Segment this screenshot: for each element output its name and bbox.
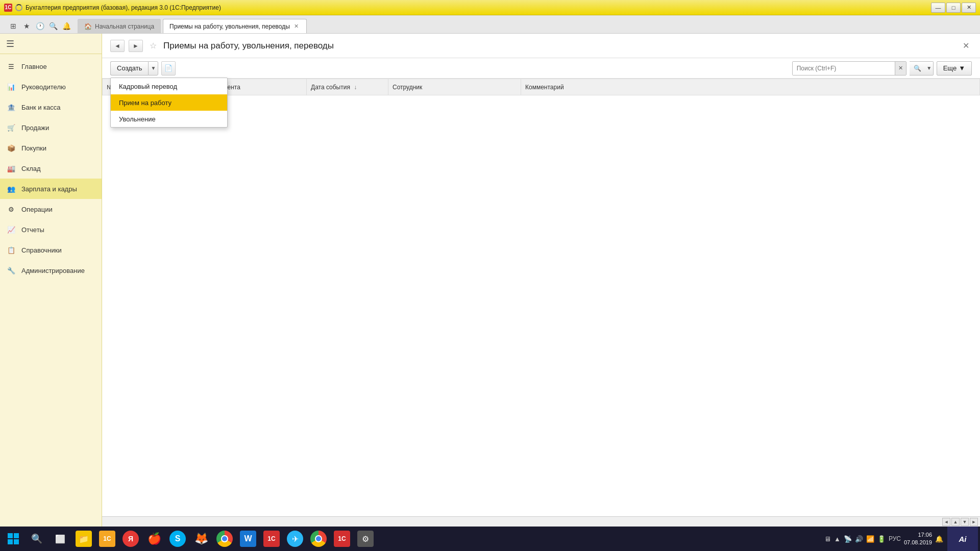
action-center-icon[interactable]: 🔔: [935, 535, 943, 543]
language-label[interactable]: РУС: [889, 535, 901, 542]
reports-icon: 📈: [6, 224, 16, 235]
taskbar-chrome-button[interactable]: [213, 528, 236, 550]
sidebar-item-purchases-label: Покупки: [21, 144, 46, 152]
back-button[interactable]: ◄: [110, 40, 125, 52]
taskbar-word-button[interactable]: W: [237, 528, 259, 550]
purchases-icon: 📦: [6, 143, 16, 153]
scroll-left-button[interactable]: ◄: [942, 518, 950, 526]
doc-close-button[interactable]: ✕: [960, 40, 972, 52]
sidebar-item-salary-label: Зарплата и кадры: [21, 185, 77, 193]
favorites-icon[interactable]: ★: [21, 21, 32, 31]
col-header-event-date[interactable]: Дата события ↓: [307, 79, 388, 95]
notifications-icon[interactable]: 🔔: [61, 21, 71, 31]
taskbar-1c-second-button[interactable]: 1С: [331, 528, 353, 550]
ai-button[interactable]: Ai: [947, 527, 978, 551]
taskbar-firefox-button[interactable]: 🦊: [190, 528, 212, 550]
taskbar-taskview-button[interactable]: ⬜: [49, 528, 71, 550]
minimize-button[interactable]: —: [931, 3, 945, 13]
taskbar-telegram-button[interactable]: ✈: [284, 528, 306, 550]
taskbar-settings-button[interactable]: ⚙: [354, 528, 377, 550]
sidebar-item-main[interactable]: ☰ Главное: [0, 56, 102, 77]
tab-hr[interactable]: Приемы на работу, увольнения, переводы ✕: [163, 19, 307, 33]
taskbar-yandex-button[interactable]: Я: [119, 528, 142, 550]
doc-header: ◄ ► ☆ Приемы на работу, увольнения, пере…: [102, 34, 980, 58]
taskbar-skype-button[interactable]: S: [166, 528, 189, 550]
scroll-right-button[interactable]: ►: [970, 518, 978, 526]
clock-time: 17:06: [904, 531, 932, 539]
taskbar-1c-orange-button[interactable]: 1С: [96, 528, 118, 550]
forward-button[interactable]: ►: [129, 40, 143, 52]
dropdown-item-transfer[interactable]: Кадровый перевод: [111, 78, 227, 94]
sidebar-item-operations[interactable]: ⚙ Операции: [0, 199, 102, 219]
taskbar: 🔍 ⬜ 📁 1С Я 🍎 S 🦊 W 1С ✈ 1С ⚙: [0, 527, 980, 551]
warehouse-icon: 🏭: [6, 163, 16, 173]
word-icon: W: [240, 531, 256, 547]
app-icon: 1С: [4, 4, 12, 12]
sidebar-nav: ☰ Главное 📊 Руководителю 🏦 Банк и касса …: [0, 54, 102, 283]
bookmark-button[interactable]: ☆: [147, 40, 159, 52]
more-label: Еще: [943, 64, 957, 72]
sort-icon: ↓: [354, 84, 357, 91]
loading-indicator: [15, 4, 22, 11]
main-icon: ☰: [6, 61, 16, 71]
svg-rect-3: [14, 539, 19, 544]
dropdown-item-dismiss[interactable]: Увольнение: [111, 111, 227, 127]
col-header-employee: Сотрудник: [388, 79, 521, 95]
copy-button[interactable]: 📄: [161, 61, 176, 76]
operations-icon: ⚙: [6, 204, 16, 214]
skype-icon: S: [169, 531, 186, 547]
dropdown-item-hire[interactable]: Прием на работу: [111, 94, 227, 111]
search-taskbar-icon: 🔍: [31, 533, 42, 544]
title-bar-text: Бухгалтерия предприятия (базовая), редак…: [26, 4, 928, 11]
chrome-icon: [216, 531, 233, 547]
search-input[interactable]: [793, 62, 895, 75]
scroll-up-button[interactable]: ▲: [951, 518, 960, 526]
home-icon: 🏠: [84, 23, 92, 30]
tab-close-icon[interactable]: ✕: [293, 23, 300, 30]
volume-icon[interactable]: 🔊: [855, 535, 863, 543]
grid-menu-icon[interactable]: ⊞: [8, 21, 18, 31]
directories-icon: 📋: [6, 245, 16, 255]
nav-left: ⊞ ★ 🕐 🔍 🔔: [4, 19, 76, 33]
sidebar-item-bank[interactable]: 🏦 Банк и касса: [0, 97, 102, 117]
col-header-comment: Комментарий: [521, 79, 980, 95]
taskbar-chrome2-button[interactable]: [307, 528, 330, 550]
search-exec-group: 🔍 ▼: [910, 61, 934, 76]
scroll-down-button[interactable]: ▼: [961, 518, 969, 526]
sidebar-toggle-icon[interactable]: ☰: [6, 38, 14, 49]
sidebar-item-directories[interactable]: 📋 Справочники: [0, 240, 102, 260]
sidebar-item-manager[interactable]: 📊 Руководителю: [0, 77, 102, 97]
sidebar-item-sales[interactable]: 🛒 Продажи: [0, 117, 102, 138]
more-arrow-icon: ▼: [959, 64, 965, 72]
taskbar-windows-button[interactable]: [2, 528, 24, 550]
close-window-button[interactable]: ✕: [962, 3, 976, 13]
create-button-group: Создать ▼: [110, 61, 158, 76]
sales-icon: 🛒: [6, 122, 16, 133]
chevron-up-icon[interactable]: ▲: [834, 535, 841, 543]
create-main-button[interactable]: Создать: [110, 61, 148, 76]
sidebar-item-admin[interactable]: 🔧 Администрирование: [0, 260, 102, 281]
sidebar-item-manager-label: Руководителю: [21, 83, 66, 91]
sidebar-item-reports[interactable]: 📈 Отчеты: [0, 219, 102, 240]
taskbar-search-button[interactable]: 🔍: [26, 528, 48, 550]
taskbar-apple-button[interactable]: 🍎: [143, 528, 165, 550]
maximize-button[interactable]: □: [946, 3, 961, 13]
sidebar-item-salary[interactable]: 👥 Зарплата и кадры: [0, 179, 102, 199]
tab-home-label: Начальная страница: [95, 23, 154, 30]
more-button[interactable]: Еще ▼: [937, 61, 972, 76]
taskbar-1c-main-button[interactable]: 1С: [260, 528, 283, 550]
network-wifi-icon[interactable]: 📶: [866, 535, 874, 543]
taskbar-explorer-button[interactable]: 📁: [72, 528, 95, 550]
main-content: ◄ ► ☆ Приемы на работу, увольнения, пере…: [102, 34, 980, 527]
search-clear-button[interactable]: ✕: [895, 62, 906, 75]
history-icon[interactable]: 🕐: [35, 21, 45, 31]
sidebar-item-purchases[interactable]: 📦 Покупки: [0, 138, 102, 158]
search-go-button[interactable]: 🔍: [910, 61, 925, 76]
search-nav-icon[interactable]: 🔍: [48, 21, 58, 31]
create-dropdown-button[interactable]: ▼: [148, 61, 158, 76]
data-table: № Дата Тип документа Дата события ↓ Сотр…: [102, 79, 980, 95]
tab-home[interactable]: 🏠 Начальная страница: [78, 19, 161, 33]
search-go-dropdown[interactable]: ▼: [925, 61, 934, 76]
sidebar-item-warehouse[interactable]: 🏭 Склад: [0, 158, 102, 179]
search-container: ✕: [792, 61, 906, 76]
